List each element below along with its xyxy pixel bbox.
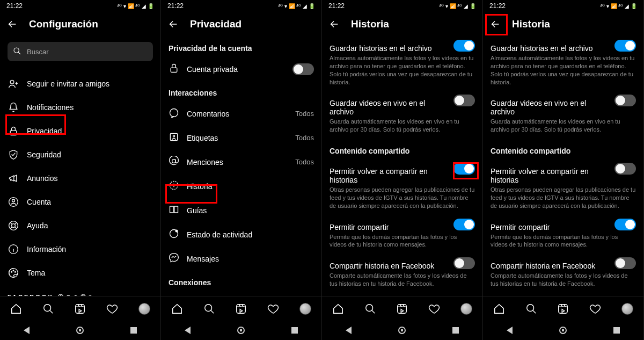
- status-time: 21:22: [6, 2, 23, 10]
- setting-allow_share: Permitir compartir: [330, 215, 475, 233]
- toggle-save_archive[interactable]: [614, 40, 636, 52]
- row-book[interactable]: Guías: [169, 198, 314, 222]
- home-icon[interactable]: [493, 302, 506, 315]
- user-plus-icon: [8, 78, 19, 90]
- back-icon[interactable]: [167, 18, 179, 30]
- toggle-reshare[interactable]: [453, 163, 475, 175]
- android-back[interactable]: [346, 327, 352, 334]
- svg-point-22: [204, 304, 211, 311]
- status-bar: 21:22 ⁴ᴳ ▾ 📶 ⁴ᴳ ◢ 🔋: [161, 0, 321, 12]
- toggle-share_fb[interactable]: [453, 257, 475, 269]
- toggle-allow_share[interactable]: [453, 219, 475, 230]
- activity-icon[interactable]: [267, 302, 280, 315]
- row-activity[interactable]: Estado de actividad: [169, 222, 314, 247]
- svg-point-9: [11, 272, 12, 273]
- search-nav-icon[interactable]: [203, 302, 216, 315]
- menu-user-circle[interactable]: Cuenta: [8, 190, 153, 214]
- reels-icon[interactable]: [557, 302, 569, 315]
- status-bar: 21:22 ⁴ᴳ ▾ 📶 ⁴ᴳ ◢ 🔋: [483, 0, 643, 12]
- android-recent[interactable]: [613, 327, 620, 334]
- menu-bell[interactable]: Notificaciones: [8, 96, 153, 119]
- desc-allow_share: Permite que los demás compartan las foto…: [330, 233, 475, 255]
- back-icon[interactable]: [6, 18, 18, 30]
- menu-lifebuoy[interactable]: Ayuda: [8, 214, 153, 237]
- reels-icon[interactable]: [74, 302, 86, 315]
- row-mention[interactable]: MencionesTodos: [169, 150, 314, 174]
- android-back[interactable]: [185, 327, 191, 334]
- android-nav: [0, 321, 160, 340]
- activity-icon[interactable]: [428, 302, 441, 315]
- reels-icon[interactable]: [396, 302, 408, 315]
- page-title: Configuración: [29, 18, 98, 30]
- status-time: 21:22: [489, 2, 506, 10]
- search-input[interactable]: Buscar: [8, 42, 153, 61]
- setting-reshare: Permitir volver a compartir en historias: [330, 160, 475, 186]
- home-icon[interactable]: [171, 302, 184, 315]
- home-icon[interactable]: [10, 302, 23, 315]
- toggle-reshare[interactable]: [614, 163, 636, 175]
- search-nav-icon[interactable]: [525, 302, 538, 315]
- activity-icon[interactable]: [589, 302, 602, 315]
- page-title: Historia: [512, 18, 550, 30]
- bottom-nav: [483, 296, 643, 321]
- row-messenger[interactable]: Mensajes: [169, 247, 314, 271]
- toggle-save_live[interactable]: [453, 95, 475, 106]
- status-indicators: ⁴ᴳ ▾ 📶 ⁴ᴳ ◢ 🔋: [117, 3, 154, 9]
- android-home[interactable]: [398, 327, 406, 334]
- toggle-share_fb[interactable]: [614, 257, 636, 269]
- status-indicators: ⁴ᴳ ▾ 📶 ⁴ᴳ ◢ 🔋: [439, 3, 476, 9]
- activity-icon[interactable]: [106, 302, 119, 315]
- profile-avatar[interactable]: [621, 302, 634, 315]
- svg-point-6: [12, 224, 16, 228]
- svg-point-11: [15, 272, 16, 273]
- home-icon[interactable]: [332, 302, 345, 315]
- svg-point-5: [9, 221, 18, 230]
- android-recent[interactable]: [452, 327, 459, 334]
- android-recent[interactable]: [130, 327, 137, 334]
- toggle-save_live[interactable]: [614, 95, 636, 106]
- search-nav-icon[interactable]: [364, 302, 377, 315]
- android-home[interactable]: [76, 327, 84, 334]
- section-interactions: Interacciones: [169, 81, 314, 102]
- mention-icon: [169, 156, 179, 168]
- menu-lock[interactable]: Privacidad: [8, 119, 153, 143]
- bottom-nav: [322, 296, 482, 321]
- desc-reshare: Otras personas pueden agregar las public…: [330, 186, 475, 215]
- svg-point-17: [173, 135, 174, 137]
- android-home[interactable]: [237, 327, 245, 334]
- screen-historia-2: 21:22 ⁴ᴳ ▾ 📶 ⁴ᴳ ◢ 🔋 Historia Guardar his…: [483, 0, 644, 340]
- desc-share_fb: Comparte automáticamente las fotos y los…: [491, 272, 636, 293]
- setting-save_live: Guardar videos en vivo en el archivo: [491, 91, 636, 118]
- header: Historia: [322, 12, 482, 37]
- menu-user-plus[interactable]: Seguir e invitar a amigos: [8, 72, 153, 96]
- android-back[interactable]: [507, 327, 513, 334]
- android-home[interactable]: [559, 327, 567, 334]
- setting-share_fb: Compartir historia en Facebook: [491, 254, 636, 272]
- section-account-privacy: Privacidad de la cuenta: [169, 37, 314, 57]
- android-back[interactable]: [24, 327, 30, 334]
- menu-shield[interactable]: Seguridad: [8, 143, 153, 167]
- toggle-allow_share[interactable]: [614, 219, 636, 230]
- profile-avatar[interactable]: [299, 302, 312, 315]
- menu-info[interactable]: Información: [8, 237, 153, 261]
- desc-save_live: Guarda automáticamente los videos en viv…: [491, 118, 636, 139]
- row-plus-circle[interactable]: Historia: [169, 174, 314, 198]
- tag-icon: [169, 132, 179, 144]
- private-account-toggle[interactable]: [292, 63, 314, 75]
- desc-save_live: Guarda automáticamente los videos en viv…: [330, 118, 475, 139]
- status-time: 21:22: [328, 2, 345, 10]
- profile-avatar[interactable]: [138, 302, 151, 315]
- search-nav-icon[interactable]: [42, 302, 55, 315]
- reels-icon[interactable]: [235, 302, 247, 315]
- android-recent[interactable]: [291, 327, 298, 334]
- row-chat[interactable]: ComentariosTodos: [169, 102, 314, 126]
- svg-rect-14: [171, 68, 177, 72]
- profile-avatar[interactable]: [460, 302, 473, 315]
- private-account-row[interactable]: Cuenta privada: [169, 57, 314, 81]
- menu-megaphone[interactable]: Anuncios: [8, 167, 153, 190]
- toggle-save_archive[interactable]: [453, 40, 475, 52]
- menu-palette[interactable]: Tema: [8, 261, 153, 285]
- back-icon[interactable]: [489, 18, 501, 30]
- row-tag[interactable]: EtiquetasTodos: [169, 126, 314, 150]
- back-icon[interactable]: [328, 18, 340, 30]
